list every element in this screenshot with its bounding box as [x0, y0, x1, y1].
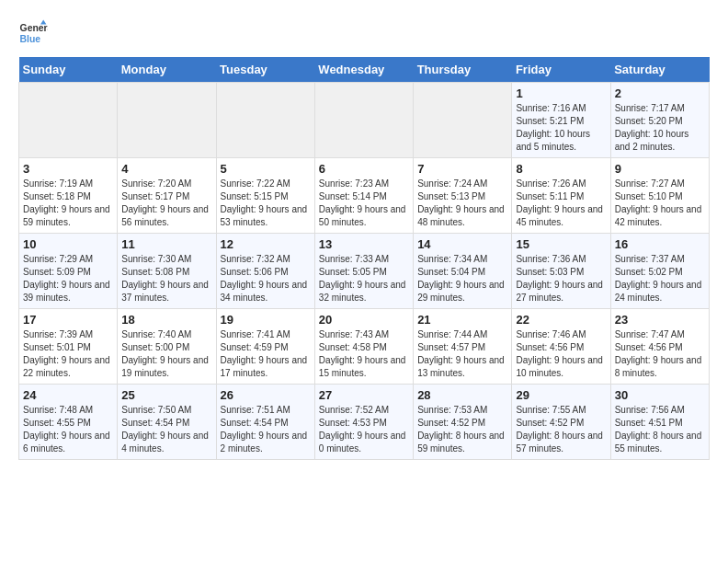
- day-number: 30: [615, 388, 705, 402]
- calendar-table: SundayMondayTuesdayWednesdayThursdayFrid…: [18, 57, 710, 460]
- calendar-cell: 12Sunrise: 7:32 AM Sunset: 5:06 PM Dayli…: [216, 234, 314, 309]
- day-info: Sunrise: 7:39 AM Sunset: 5:01 PM Dayligh…: [23, 328, 113, 380]
- svg-text:General: General: [20, 23, 48, 33]
- calendar-cell: 26Sunrise: 7:51 AM Sunset: 4:54 PM Dayli…: [216, 385, 314, 460]
- calendar-week-row: 1Sunrise: 7:16 AM Sunset: 5:21 PM Daylig…: [19, 83, 710, 158]
- day-number: 21: [417, 313, 507, 327]
- day-number: 22: [516, 313, 606, 327]
- day-info: Sunrise: 7:33 AM Sunset: 5:05 PM Dayligh…: [319, 253, 409, 304]
- day-number: 27: [319, 388, 409, 402]
- day-info: Sunrise: 7:37 AM Sunset: 5:02 PM Dayligh…: [615, 253, 705, 304]
- day-info: Sunrise: 7:48 AM Sunset: 4:55 PM Dayligh…: [23, 404, 113, 455]
- day-number: 8: [516, 162, 606, 176]
- day-number: 6: [319, 162, 409, 176]
- day-info: Sunrise: 7:34 AM Sunset: 5:04 PM Dayligh…: [417, 253, 507, 304]
- day-info: Sunrise: 7:41 AM Sunset: 4:59 PM Dayligh…: [221, 328, 311, 380]
- day-number: 18: [121, 313, 211, 327]
- day-info: Sunrise: 7:30 AM Sunset: 5:08 PM Dayligh…: [121, 253, 211, 304]
- day-number: 5: [221, 162, 311, 176]
- day-number: 9: [615, 162, 705, 176]
- day-number: 13: [319, 237, 409, 251]
- day-number: 2: [615, 86, 705, 100]
- calendar-cell: 15Sunrise: 7:36 AM Sunset: 5:03 PM Dayli…: [512, 234, 610, 309]
- weekday-header: Wednesday: [314, 57, 413, 83]
- day-info: Sunrise: 7:47 AM Sunset: 4:56 PM Dayligh…: [615, 328, 705, 380]
- calendar-cell: 17Sunrise: 7:39 AM Sunset: 5:01 PM Dayli…: [19, 309, 118, 385]
- day-info: Sunrise: 7:26 AM Sunset: 5:11 PM Dayligh…: [516, 178, 606, 229]
- calendar-cell: 28Sunrise: 7:53 AM Sunset: 4:52 PM Dayli…: [414, 385, 512, 460]
- calendar-cell: 21Sunrise: 7:44 AM Sunset: 4:57 PM Dayli…: [414, 309, 512, 385]
- svg-text:Blue: Blue: [20, 34, 41, 44]
- logo-icon: General Blue: [18, 18, 48, 48]
- calendar-week-row: 24Sunrise: 7:48 AM Sunset: 4:55 PM Dayli…: [19, 385, 710, 460]
- day-number: 12: [221, 237, 311, 251]
- calendar-cell: 19Sunrise: 7:41 AM Sunset: 4:59 PM Dayli…: [216, 309, 314, 385]
- day-number: 28: [417, 388, 507, 402]
- calendar-cell: 5Sunrise: 7:22 AM Sunset: 5:15 PM Daylig…: [216, 158, 314, 234]
- calendar-cell: [118, 83, 216, 158]
- day-number: 17: [23, 313, 113, 327]
- day-info: Sunrise: 7:40 AM Sunset: 5:00 PM Dayligh…: [121, 328, 211, 380]
- logo: General Blue: [18, 18, 48, 48]
- weekday-header: Friday: [512, 57, 610, 83]
- day-number: 25: [121, 388, 211, 402]
- day-info: Sunrise: 7:23 AM Sunset: 5:14 PM Dayligh…: [319, 178, 409, 229]
- calendar-cell: 10Sunrise: 7:29 AM Sunset: 5:09 PM Dayli…: [19, 234, 118, 309]
- weekday-header: Thursday: [414, 57, 512, 83]
- day-info: Sunrise: 7:43 AM Sunset: 4:58 PM Dayligh…: [319, 328, 409, 380]
- header: General Blue: [18, 18, 710, 48]
- calendar-week-row: 17Sunrise: 7:39 AM Sunset: 5:01 PM Dayli…: [19, 309, 710, 385]
- day-number: 26: [221, 388, 311, 402]
- weekday-header: Tuesday: [216, 57, 314, 83]
- day-info: Sunrise: 7:20 AM Sunset: 5:17 PM Dayligh…: [121, 178, 211, 229]
- day-info: Sunrise: 7:50 AM Sunset: 4:54 PM Dayligh…: [121, 404, 211, 455]
- day-number: 3: [23, 162, 113, 176]
- day-info: Sunrise: 7:53 AM Sunset: 4:52 PM Dayligh…: [417, 404, 507, 455]
- calendar-cell: 9Sunrise: 7:27 AM Sunset: 5:10 PM Daylig…: [610, 158, 709, 234]
- calendar-cell: 20Sunrise: 7:43 AM Sunset: 4:58 PM Dayli…: [314, 309, 413, 385]
- day-number: 4: [121, 162, 211, 176]
- day-info: Sunrise: 7:36 AM Sunset: 5:03 PM Dayligh…: [516, 253, 606, 304]
- calendar-cell: 18Sunrise: 7:40 AM Sunset: 5:00 PM Dayli…: [118, 309, 216, 385]
- calendar-cell: 2Sunrise: 7:17 AM Sunset: 5:20 PM Daylig…: [610, 83, 709, 158]
- calendar-cell: 30Sunrise: 7:56 AM Sunset: 4:51 PM Dayli…: [610, 385, 709, 460]
- calendar-cell: 8Sunrise: 7:26 AM Sunset: 5:11 PM Daylig…: [512, 158, 610, 234]
- calendar-cell: 6Sunrise: 7:23 AM Sunset: 5:14 PM Daylig…: [314, 158, 413, 234]
- calendar-cell: 27Sunrise: 7:52 AM Sunset: 4:53 PM Dayli…: [314, 385, 413, 460]
- calendar-cell: 13Sunrise: 7:33 AM Sunset: 5:05 PM Dayli…: [314, 234, 413, 309]
- weekday-header: Monday: [118, 57, 216, 83]
- day-info: Sunrise: 7:55 AM Sunset: 4:52 PM Dayligh…: [516, 404, 606, 455]
- day-number: 10: [23, 237, 113, 251]
- day-number: 11: [121, 237, 211, 251]
- weekday-header-row: SundayMondayTuesdayWednesdayThursdayFrid…: [19, 57, 710, 83]
- day-number: 20: [319, 313, 409, 327]
- day-number: 16: [615, 237, 705, 251]
- day-number: 15: [516, 237, 606, 251]
- day-info: Sunrise: 7:24 AM Sunset: 5:13 PM Dayligh…: [417, 178, 507, 229]
- calendar-cell: 23Sunrise: 7:47 AM Sunset: 4:56 PM Dayli…: [610, 309, 709, 385]
- day-number: 29: [516, 388, 606, 402]
- day-info: Sunrise: 7:27 AM Sunset: 5:10 PM Dayligh…: [615, 178, 705, 229]
- day-info: Sunrise: 7:32 AM Sunset: 5:06 PM Dayligh…: [221, 253, 311, 304]
- day-number: 23: [615, 313, 705, 327]
- day-info: Sunrise: 7:52 AM Sunset: 4:53 PM Dayligh…: [319, 404, 409, 455]
- day-info: Sunrise: 7:51 AM Sunset: 4:54 PM Dayligh…: [221, 404, 311, 455]
- day-info: Sunrise: 7:16 AM Sunset: 5:21 PM Dayligh…: [516, 102, 606, 154]
- calendar-cell: [314, 83, 413, 158]
- calendar-cell: 22Sunrise: 7:46 AM Sunset: 4:56 PM Dayli…: [512, 309, 610, 385]
- calendar-cell: [19, 83, 118, 158]
- weekday-header: Sunday: [19, 57, 118, 83]
- day-number: 14: [417, 237, 507, 251]
- calendar-cell: 4Sunrise: 7:20 AM Sunset: 5:17 PM Daylig…: [118, 158, 216, 234]
- calendar-week-row: 10Sunrise: 7:29 AM Sunset: 5:09 PM Dayli…: [19, 234, 710, 309]
- calendar-cell: 24Sunrise: 7:48 AM Sunset: 4:55 PM Dayli…: [19, 385, 118, 460]
- calendar-cell: 25Sunrise: 7:50 AM Sunset: 4:54 PM Dayli…: [118, 385, 216, 460]
- day-number: 7: [417, 162, 507, 176]
- calendar-cell: 29Sunrise: 7:55 AM Sunset: 4:52 PM Dayli…: [512, 385, 610, 460]
- weekday-header: Saturday: [610, 57, 709, 83]
- calendar-cell: [414, 83, 512, 158]
- calendar-cell: 11Sunrise: 7:30 AM Sunset: 5:08 PM Dayli…: [118, 234, 216, 309]
- day-info: Sunrise: 7:17 AM Sunset: 5:20 PM Dayligh…: [615, 102, 705, 154]
- calendar-cell: [216, 83, 314, 158]
- day-info: Sunrise: 7:29 AM Sunset: 5:09 PM Dayligh…: [23, 253, 113, 304]
